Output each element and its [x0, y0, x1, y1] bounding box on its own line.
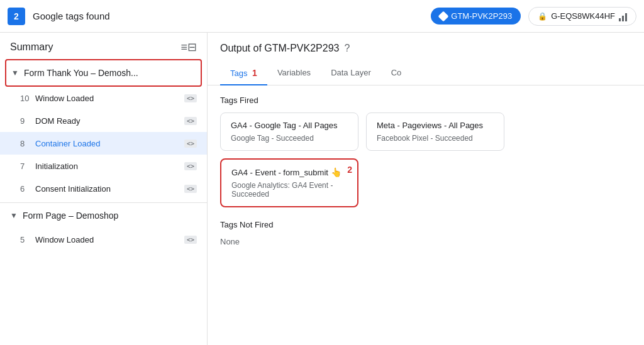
item-number: 7	[20, 162, 30, 171]
g-button[interactable]: 🔒 G-EQS8WK44HF	[528, 7, 636, 26]
tag-card-subtitle: Facebook Pixel - Succeeded	[377, 134, 494, 143]
form-page-label: Form Page – Demoshop	[23, 211, 119, 221]
sidebar-group-form-thank-you[interactable]: ▼ Form Thank You – Demosh...	[6, 60, 201, 85]
badge-count: 2	[8, 8, 25, 25]
item-number: 8	[20, 139, 30, 148]
item-label: Window Loaded	[35, 235, 179, 244]
tag-card-ga4-event-form-submit[interactable]: 2 GA4 - Event - form_submit 👆 Google Ana…	[220, 158, 358, 207]
sidebar-summary-title: Summary	[10, 41, 53, 53]
form-thank-you-label: Form Thank You – Demosh...	[24, 68, 138, 78]
tab-data-layer-label: Data Layer	[331, 68, 371, 77]
item-label: Initialization	[35, 162, 179, 171]
filter-icon[interactable]: ≡⊟	[180, 40, 197, 54]
sidebar-group-form-page: ▼ Form Page – Demoshop 5 Window Loaded <…	[0, 202, 207, 251]
tab-co[interactable]: Co	[381, 62, 412, 85]
selected-section: ▼ Form Thank You – Demosh...	[5, 59, 202, 87]
code-icon: <>	[184, 162, 197, 170]
item-label: Consent Initialization	[35, 184, 179, 194]
tags-fired-grid: GA4 - Google Tag - All Pages Google Tag …	[220, 112, 631, 207]
code-icon: <>	[184, 185, 197, 193]
tabs-bar: Tags 1 Variables Data Layer Co	[208, 62, 644, 85]
form-thank-you-items: 10 Window Loaded <> 9 DOM Ready <> 8 Con…	[0, 87, 207, 200]
none-label: None	[220, 237, 631, 246]
bar-chart-icon	[619, 11, 627, 21]
item-number: 9	[20, 116, 30, 126]
step1-label: 1	[252, 68, 257, 78]
lock-icon: 🔒	[538, 12, 547, 21]
gtm-diamond-icon	[438, 11, 449, 21]
content-area: Output of GTM-PVK2P293 ? Tags 1 Variable…	[208, 33, 644, 345]
tab-co-label: Co	[391, 68, 402, 77]
content-title-text: Output of GTM-PVK2P293	[220, 43, 339, 54]
tags-not-fired-title: Tags Not Fired	[220, 220, 631, 229]
tag-card-title-text: GA4 - Event - form_submit	[231, 168, 328, 177]
tab-variables-label: Variables	[277, 68, 311, 77]
content-header: Output of GTM-PVK2P293 ?	[208, 33, 644, 62]
item-label: Window Loaded	[35, 94, 179, 103]
header: 2 Google tags found GTM-PVK2P293 🔒 G-EQS…	[0, 0, 644, 33]
cursor-icon: 👆	[331, 167, 341, 177]
tags-content: Tags Fired GA4 - Google Tag - All Pages …	[208, 85, 644, 345]
code-icon: <>	[184, 140, 197, 148]
item-number: 6	[20, 184, 30, 194]
tag-card-ga4-google-tag[interactable]: GA4 - Google Tag - All Pages Google Tag …	[220, 112, 358, 151]
gtm-button[interactable]: GTM-PVK2P293	[431, 8, 521, 25]
sidebar-item-window-loaded-5[interactable]: 5 Window Loaded <>	[0, 228, 207, 251]
tab-data-layer[interactable]: Data Layer	[321, 62, 381, 85]
gtm-button-label: GTM-PVK2P293	[451, 11, 512, 21]
step2-label: 2	[347, 165, 352, 175]
chevron-down-icon: ▼	[11, 68, 19, 77]
chevron-down-icon: ▼	[10, 211, 18, 220]
sidebar-item-initialization-7[interactable]: 7 Initialization <>	[0, 155, 207, 177]
sidebar-item-consent-initialization-6[interactable]: 6 Consent Initialization <>	[0, 177, 207, 200]
sidebar-header: Summary ≡⊟	[0, 33, 207, 59]
tag-card-subtitle: Google Analytics: GA4 Event - Succeeded	[231, 181, 347, 199]
tag-card-title: GA4 - Google Tag - All Pages	[231, 121, 348, 130]
content-title: Output of GTM-PVK2P293 ?	[220, 43, 631, 54]
code-icon: <>	[184, 94, 197, 102]
header-title: Google tags found	[33, 11, 423, 21]
sidebar-item-window-loaded-10[interactable]: 10 Window Loaded <>	[0, 87, 207, 109]
main-layout: Summary ≡⊟ ▼ Form Thank You – Demosh... …	[0, 33, 644, 345]
tag-card-subtitle: Google Tag - Succeeded	[231, 134, 348, 143]
tab-variables[interactable]: Variables	[267, 62, 321, 85]
tags-not-fired-section: Tags Not Fired None	[220, 220, 631, 246]
code-icon: <>	[184, 236, 197, 244]
sidebar-group-form-page-label[interactable]: ▼ Form Page – Demoshop	[0, 203, 207, 228]
tag-card-meta-pageviews[interactable]: Meta - Pageviews - All Pages Facebook Pi…	[366, 112, 504, 151]
tag-card-title: Meta - Pageviews - All Pages	[377, 121, 494, 130]
help-icon[interactable]: ?	[344, 43, 350, 54]
code-icon: <>	[184, 117, 197, 125]
item-number: 10	[20, 94, 30, 103]
tags-fired-title: Tags Fired	[220, 96, 631, 105]
sidebar-item-dom-ready-9[interactable]: 9 DOM Ready <>	[0, 109, 207, 132]
item-label: DOM Ready	[35, 116, 179, 126]
tab-tags[interactable]: Tags 1	[220, 62, 267, 85]
item-label: Container Loaded	[35, 139, 179, 148]
sidebar-item-container-loaded-8[interactable]: 8 Container Loaded <>	[0, 132, 207, 155]
g-button-label: G-EQS8WK44HF	[551, 11, 615, 21]
tag-card-title: GA4 - Event - form_submit 👆	[231, 167, 347, 177]
tab-tags-label: Tags	[230, 68, 247, 78]
item-number: 5	[20, 235, 30, 244]
sidebar: Summary ≡⊟ ▼ Form Thank You – Demosh... …	[0, 33, 208, 345]
